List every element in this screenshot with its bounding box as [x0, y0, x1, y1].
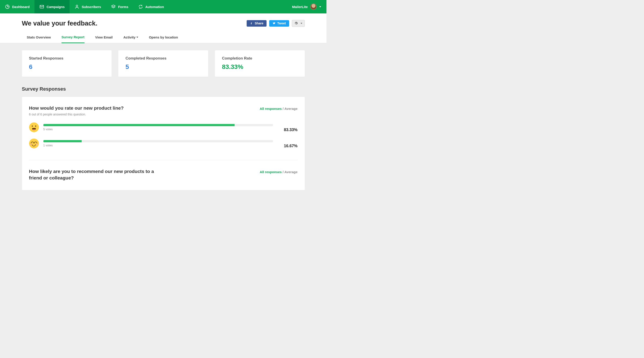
toggle-average[interactable]: Average: [284, 170, 298, 174]
response-row: 5 votes 83.33%: [29, 122, 298, 132]
tab-stats-overview[interactable]: Stats Overview: [27, 33, 51, 43]
question-title: How likely are you to recommend our new …: [29, 168, 168, 181]
toggle-separator: /: [283, 107, 284, 111]
stat-label: Started Responses: [29, 56, 105, 61]
stat-label: Completed Responses: [126, 56, 201, 61]
question-block: How likely are you to recommend our new …: [29, 168, 298, 188]
percent-text: 16.67%: [278, 144, 298, 148]
chevron-down-icon: [136, 37, 138, 38]
nav-label: Campaigns: [46, 5, 64, 9]
gear-icon: [294, 22, 298, 25]
toggle-all-responses[interactable]: All responses: [260, 170, 282, 174]
tabs: Stats Overview Survey Report View Email …: [22, 33, 305, 43]
brand-name: MailerLite: [292, 5, 308, 9]
nav-label: Subscribers: [82, 5, 101, 9]
nav-label: Forms: [118, 5, 128, 9]
top-nav: Dashboard Campaigns Subscribers Forms Au…: [0, 0, 326, 14]
nav-dashboard[interactable]: Dashboard: [0, 0, 34, 14]
section-heading: Survey Responses: [22, 86, 305, 92]
nav-automation[interactable]: Automation: [133, 0, 169, 14]
nav-label: Dashboard: [12, 5, 30, 9]
progress-bar: [44, 124, 273, 126]
question-subtitle: 6 out of 6 people answered this question…: [29, 113, 124, 116]
stat-value: 6: [29, 63, 105, 71]
refresh-icon: [138, 4, 143, 9]
tab-view-email[interactable]: View Email: [95, 33, 113, 43]
chevron-down-icon: [300, 23, 302, 24]
dashboard-icon: [5, 4, 10, 9]
nav-subscribers[interactable]: Subscribers: [70, 0, 106, 14]
share-button[interactable]: Share: [247, 20, 266, 27]
divider: [29, 160, 298, 160]
toggle-all-responses[interactable]: All responses: [260, 107, 282, 111]
twitter-icon: [272, 22, 276, 25]
user-icon: [74, 4, 80, 9]
header-band: We value your feedback. Share Tweet Stat…: [0, 14, 326, 43]
layers-icon: [111, 4, 116, 9]
percent-text: 83.33%: [278, 128, 298, 132]
votes-text: 5 votes: [44, 128, 273, 131]
tab-label: Activity: [124, 35, 136, 39]
stat-value: 5: [126, 63, 201, 71]
nav-forms[interactable]: Forms: [106, 0, 133, 14]
tab-survey-report[interactable]: Survey Report: [62, 33, 84, 43]
toggle-average[interactable]: Average: [284, 107, 298, 111]
tab-opens-by-location[interactable]: Opens by location: [149, 33, 178, 43]
tweet-label: Tweet: [277, 22, 286, 25]
facebook-icon: [250, 22, 253, 25]
question-title: How would you rate our new product line?: [29, 105, 124, 111]
response-toggle: All responses / Average: [260, 170, 298, 174]
nav-label: Automation: [145, 5, 164, 9]
stat-value: 83.33%: [222, 63, 298, 71]
stat-card-completed: Completed Responses 5: [118, 50, 208, 77]
stat-card-started: Started Responses 6: [22, 50, 112, 77]
question-block: How would you rate our new product line?…: [29, 105, 298, 155]
tweet-button[interactable]: Tweet: [269, 20, 289, 27]
toggle-separator: /: [283, 170, 284, 174]
avatar[interactable]: [310, 4, 317, 10]
stat-card-rate: Completion Rate 83.33%: [215, 50, 305, 77]
settings-button[interactable]: [292, 20, 305, 27]
mail-icon: [39, 4, 44, 9]
tab-activity[interactable]: Activity: [124, 33, 138, 43]
response-row: 1 votes 16.67%: [29, 139, 298, 148]
survey-card: How would you rate our new product line?…: [22, 97, 305, 190]
stat-label: Completion Rate: [222, 56, 298, 61]
votes-text: 1 votes: [44, 144, 273, 147]
share-label: Share: [255, 22, 264, 25]
nav-campaigns[interactable]: Campaigns: [34, 0, 70, 14]
user-menu-caret-icon[interactable]: [319, 6, 321, 8]
emoji-smile-icon: [29, 139, 39, 148]
response-toggle: All responses / Average: [260, 107, 298, 111]
progress-bar: [44, 140, 273, 142]
emoji-happy-icon: [29, 122, 39, 132]
svg-point-2: [76, 5, 78, 7]
page-title: We value your feedback.: [22, 20, 98, 27]
